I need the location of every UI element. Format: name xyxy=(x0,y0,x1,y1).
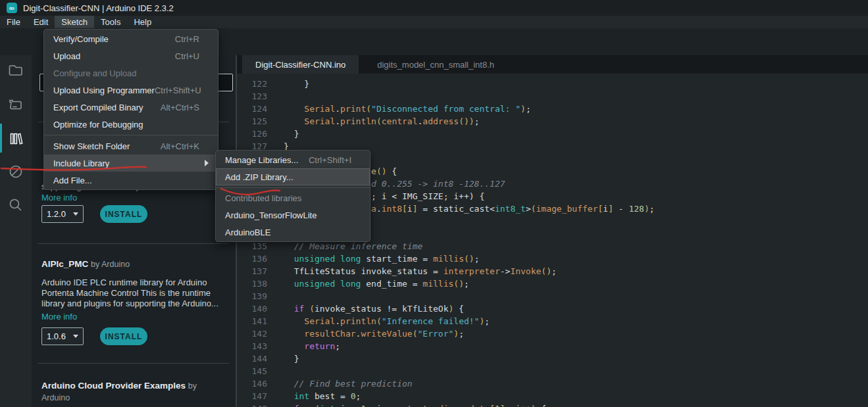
line-number: 141 xyxy=(237,315,267,327)
version-select[interactable]: 1.0.6 xyxy=(41,327,84,345)
line-number: 137 xyxy=(237,265,267,277)
menu-item-arduinoble[interactable]: ArduinoBLE xyxy=(216,224,370,241)
menu-item-label: Add File... xyxy=(53,176,92,185)
menu-item-upload[interactable]: UploadCtrl+U xyxy=(44,47,218,64)
menu-separator xyxy=(44,135,218,135)
editor-tabs: Digit-Classifier-CNN.ino digits_model_cn… xyxy=(237,55,868,74)
menu-item-shortcut: Ctrl+U xyxy=(175,51,209,61)
menu-item-verify-compile[interactable]: Verify/CompileCtrl+R xyxy=(44,30,218,47)
code-line: 146 // Find best prediction xyxy=(237,377,868,390)
menu-item-shortcut: Alt+Ctrl+S xyxy=(161,103,209,112)
menu-item-arduino-tensorflowlite[interactable]: Arduino_TensorFlowLite xyxy=(216,206,370,224)
line-number: 122 xyxy=(237,78,267,90)
code-text: for (int i = 1; i < output->dims->data[1… xyxy=(284,402,546,407)
tab-model-header[interactable]: digits_model_cnn_small_int8.h xyxy=(364,55,507,74)
code-line: 125 Serial.println(central.address()); xyxy=(237,115,868,128)
menu-item-manage-libraries[interactable]: Manage Libraries...Ctrl+Shift+I xyxy=(216,151,370,168)
menu-item-configure-and-upload[interactable]: Configure and Upload xyxy=(44,64,218,82)
menu-item-label: Show Sketch Folder xyxy=(53,141,130,151)
more-info-link[interactable]: More info xyxy=(41,312,77,322)
menu-item-add-file[interactable]: Add File... xyxy=(44,172,218,189)
menu-item-show-sketch-folder[interactable]: Show Sketch FolderAlt+Ctrl+K xyxy=(44,137,218,155)
library-name: AlPlc_PMC xyxy=(41,259,88,269)
code-line: 138 unsigned long end_time = millis(); xyxy=(237,277,868,290)
line-number: 147 xyxy=(237,390,267,402)
code-line: 148 for (int i = 1; i < output->dims->da… xyxy=(237,402,868,407)
menu-item-label: Optimize for Debugging xyxy=(53,120,143,130)
window-title: Digit-Classifier-CNN | Arduino IDE 2.3.2 xyxy=(23,3,174,13)
menu-item-upload-using-programmer[interactable]: Upload Using ProgrammerCtrl+Shift+U xyxy=(44,82,218,99)
include-library-submenu: Manage Libraries...Ctrl+Shift+IAdd .ZIP … xyxy=(215,150,370,242)
code-line: 137 TfLiteStatus invoke_status = interpr… xyxy=(237,265,868,277)
menu-item-label: Manage Libraries... xyxy=(225,155,298,165)
version-value: 1.0.6 xyxy=(47,331,66,341)
code-text: unsigned long start_time = millis(); xyxy=(284,252,479,265)
library-name: Arduino Cloud Provider Examples xyxy=(41,381,186,391)
line-number: 145 xyxy=(237,365,267,377)
code-line: 140 if (invoke_status != kTfLiteOk) { xyxy=(237,302,868,315)
menu-header-contributed-libraries: Contributed libraries xyxy=(216,190,370,206)
library-title: Arduino Cloud Provider Examples by Ardui… xyxy=(41,380,226,404)
menubar-item-sketch[interactable]: Sketch xyxy=(55,16,94,28)
install-button[interactable]: INSTALL xyxy=(100,327,147,345)
code-line: 145 xyxy=(237,365,868,377)
code-text: if (invoke_status != kTfLiteOk) { xyxy=(284,302,464,315)
line-number: 143 xyxy=(237,340,267,352)
menu-item-label: Add .ZIP Library... xyxy=(225,172,294,182)
line-number: 140 xyxy=(237,302,267,315)
line-number: 142 xyxy=(237,327,267,340)
menubar: FileEditSketchToolsHelp xyxy=(0,16,868,28)
menu-item-shortcut: Ctrl+Shift+U xyxy=(155,85,211,95)
code-line: 123 xyxy=(237,90,868,103)
code-line: 147 int best = 0; xyxy=(237,390,868,402)
install-button[interactable]: INSTALL xyxy=(100,205,147,223)
menu-item-label: ArduinoBLE xyxy=(225,227,270,237)
menu-item-include-library[interactable]: Include Library xyxy=(44,155,218,172)
titlebar: ∞ Digit-Classifier-CNN | Arduino IDE 2.3… xyxy=(0,0,868,16)
code-line: 126 } xyxy=(237,128,868,140)
line-number: 144 xyxy=(237,352,267,365)
entry-divider xyxy=(38,363,229,364)
activity-rail xyxy=(0,55,32,407)
line-number: 125 xyxy=(237,115,267,128)
code-text: Serial.println(central.address()); xyxy=(284,115,479,128)
menubar-item-tools[interactable]: Tools xyxy=(94,16,127,28)
entry-divider xyxy=(38,243,229,244)
line-number: 138 xyxy=(237,277,267,290)
sketch-menu: Verify/CompileCtrl+RUploadCtrl+UConfigur… xyxy=(43,29,218,190)
menubar-item-help[interactable]: Help xyxy=(127,16,158,28)
menu-item-optimize-for-debugging[interactable]: Optimize for Debugging xyxy=(44,116,218,133)
menubar-item-edit[interactable]: Edit xyxy=(27,16,55,28)
menu-item-label: Contributed libraries xyxy=(225,193,301,203)
code-text: return; xyxy=(284,340,340,352)
code-text: Serial.println("Inference failed!"); xyxy=(284,315,490,327)
debug-icon[interactable] xyxy=(7,163,24,180)
code-line: 139 xyxy=(237,290,868,302)
code-line: 144 } xyxy=(237,352,868,365)
code-text: unsigned long end_time = millis(); xyxy=(284,277,469,290)
version-select[interactable]: 1.2.0 xyxy=(41,205,84,223)
code-text: } xyxy=(284,352,299,365)
chevron-down-icon xyxy=(73,335,78,338)
boards-manager-icon[interactable] xyxy=(7,96,24,113)
menu-item-export-compiled-binary[interactable]: Export Compiled BinaryAlt+Ctrl+S xyxy=(44,99,218,116)
arduino-logo-icon: ∞ xyxy=(7,3,17,13)
active-tab-indicator xyxy=(0,124,2,153)
more-info-link[interactable]: More info xyxy=(41,193,77,203)
code-line: 124 Serial.print("Disconnected from cent… xyxy=(237,103,868,115)
library-manager-icon[interactable] xyxy=(7,130,24,147)
line-number: 139 xyxy=(237,290,267,302)
menubar-item-file[interactable]: File xyxy=(0,16,27,28)
sketchbook-folder-icon[interactable] xyxy=(7,61,24,78)
code-line: 142 resultChar.writeValue("Error"); xyxy=(237,327,868,340)
menu-item-shortcut: Ctrl+R xyxy=(175,34,209,44)
menu-item-label: Configure and Upload xyxy=(53,68,136,78)
search-icon[interactable] xyxy=(7,197,24,214)
code-text: } xyxy=(284,78,309,90)
tab-main-sketch[interactable]: Digit-Classifier-CNN.ino xyxy=(242,55,359,74)
code-line: 136 unsigned long start_time = millis(); xyxy=(237,252,868,265)
chevron-down-icon xyxy=(73,212,78,216)
line-number: 126 xyxy=(237,128,267,140)
menu-item-label: Include Library xyxy=(53,158,109,168)
menu-item-add-zip-library[interactable]: Add .ZIP Library... xyxy=(216,168,370,185)
